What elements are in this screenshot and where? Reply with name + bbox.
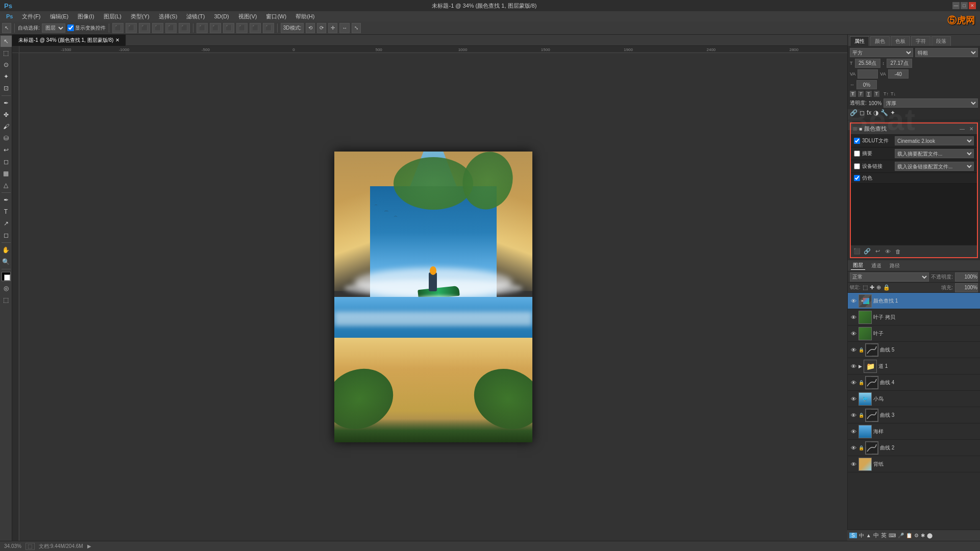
lock-transparent-btn[interactable]: ⬚ [863,284,868,291]
healing-tool[interactable]: ✤ [1,109,12,120]
lock-all-btn[interactable]: 🔒 [883,284,890,291]
panel-grid-icon[interactable]: ⊞ [853,126,857,132]
layer-visibility-btn[interactable]: 👁 [850,346,857,354]
align-middle-btn[interactable]: ⬛ [165,23,177,33]
menu-file[interactable]: 文件(F) [18,12,44,21]
menu-3d[interactable]: 3D(D) [210,13,233,20]
3d-slide-btn[interactable]: ↔ [339,23,350,33]
layer-visibility-btn[interactable]: 👁 [850,395,857,403]
3d-orbit-btn[interactable]: ⟲ [306,23,315,33]
ime-en-icon[interactable]: 英 [881,532,887,539]
shape-tool[interactable]: ◻ [1,230,12,241]
leading-input[interactable] [887,59,912,68]
group-expand-btn[interactable]: ▶ [859,364,862,369]
kerning-input[interactable] [857,69,878,79]
ime-tools-icon[interactable]: ✱ [921,533,925,538]
panel-minimize-btn[interactable]: — [959,126,966,133]
distribute-right-btn[interactable]: ⬛ [223,23,234,33]
gradient-tool[interactable]: ▦ [1,168,12,179]
magic-wand-tool[interactable]: ✦ [1,71,12,82]
quick-mask-btn[interactable]: ◎ [1,283,12,294]
crop-tool[interactable]: ⊡ [1,83,12,94]
ime-settings-icon[interactable]: ⚙ [914,533,919,538]
abstract-checkbox[interactable] [854,151,860,157]
3d-roll-btn[interactable]: ⟳ [317,23,326,33]
lookup-footer-trash-icon[interactable]: 🗑 [894,247,902,256]
menu-layer[interactable]: 图层(L) [100,12,126,21]
adjustment-icon[interactable]: ◑ [873,109,878,116]
layer-item-group1[interactable]: 👁 ▶ 📁 道 1 [848,358,980,374]
ime-dot-icon[interactable]: ⬤ [927,533,933,538]
hand-tool[interactable]: ✋ [1,244,12,256]
menu-type[interactable]: 类型(Y) [127,12,154,21]
3d-mode-btn[interactable]: 3D模式: [281,23,304,33]
anti-alias-select[interactable]: 浑厚 [884,98,978,108]
lookup-footer-undo-icon[interactable]: ↩ [873,247,881,256]
layer-visibility-btn[interactable]: 👁 [850,461,857,468]
device-select[interactable]: 载入设备链接配置文件... [895,162,974,171]
fx-icon[interactable]: fx [867,109,871,116]
pen-tool[interactable]: ✒ [1,194,12,206]
ime-input-icon[interactable]: 中 [873,532,879,539]
tracking-input[interactable] [888,69,909,79]
menu-select[interactable]: 选择(S) [155,12,182,21]
horizontal-scale-input[interactable] [856,80,877,89]
layer-visibility-btn[interactable]: 👁 [850,363,857,370]
layers-tab-paths[interactable]: 路径 [888,262,902,270]
layer-visibility-btn[interactable]: 👁 [850,314,857,321]
lock-position-btn[interactable]: ⊕ [876,284,881,291]
panel-tab-color[interactable]: 颜色 [870,36,890,46]
menu-help[interactable]: 帮助(H) [291,12,318,21]
panel-tab-character[interactable]: 字符 [911,36,930,46]
align-left-btn[interactable]: ⬛ [112,23,124,33]
lut-select[interactable]: Cinematic 2.look [895,136,974,145]
move-tool[interactable]: ↖ [1,36,12,47]
layer-item-bird[interactable]: 👁 🐦 小鸟 [848,391,980,407]
menu-view[interactable]: 视图(V) [234,12,261,21]
layer-visibility-btn[interactable]: 👁 [850,330,857,337]
menu-window[interactable]: 窗口(W) [262,12,290,21]
superscript-btn[interactable]: T↑ [884,91,889,96]
abstract-select[interactable]: 载入摘要配置文件... [895,149,974,158]
menu-ps[interactable]: Ps [2,13,17,20]
align-bottom-btn[interactable]: ⬛ [179,23,190,33]
ime-s-icon[interactable]: S [849,533,857,538]
layer-visibility-btn[interactable]: 👁 [850,428,857,435]
blend-mode-select[interactable]: 正常 [850,272,929,282]
align-top-btn[interactable]: ⬛ [152,23,163,33]
brush-tool[interactable]: 🖌 [1,121,12,132]
layer-item-leaf-copy[interactable]: 👁 叶子 拷贝 [848,309,980,325]
bold-btn[interactable]: T [850,91,856,97]
distribute-middle-btn[interactable]: ⬛ [250,23,261,33]
opacity-input[interactable] [955,272,978,282]
italic-btn[interactable]: T [858,91,864,97]
layer-item-background[interactable]: 👁 背纸 [848,456,980,472]
layer-item-curves4[interactable]: 👁 🔒 曲线 4 [848,374,980,391]
menu-image[interactable]: 图像(I) [74,12,98,21]
3d-scale-btn[interactable]: ⤡ [352,23,361,33]
text-tool[interactable]: T [1,206,12,217]
mask-icon[interactable]: ◻ [860,109,865,116]
font-size-input[interactable] [855,59,880,68]
lookup-footer-eye-icon[interactable]: 👁 [884,247,892,256]
layer-item-ocean[interactable]: 👁 海样 [848,423,980,440]
layer-item-leaf[interactable]: 👁 叶子 [848,325,980,342]
eyedropper-tool[interactable]: ✒ [1,97,12,109]
underline-btn[interactable]: T [866,91,872,97]
align-right-btn[interactable]: ⬛ [139,23,150,33]
distribute-bottom-btn[interactable]: ⬛ [263,23,274,33]
auto-select-dropdown[interactable]: 图层 [42,23,65,33]
font-style-select[interactable]: 特粗 [915,48,978,57]
menu-edit[interactable]: 编辑(E) [46,12,73,21]
distribute-center-btn[interactable]: ⬛ [210,23,221,33]
eraser-tool[interactable]: ◻ [1,156,12,167]
style-icon[interactable]: 🔧 [880,109,888,116]
blur-tool[interactable]: △ [1,180,12,191]
layer-visibility-btn[interactable]: 👁 [850,444,857,452]
dither-checkbox[interactable] [854,175,860,181]
distribute-left-btn[interactable]: ⬛ [197,23,208,33]
maximize-button[interactable]: □ [961,2,968,9]
lasso-tool[interactable]: ⊙ [1,59,12,70]
layer-visibility-btn[interactable]: 👁 [850,412,857,419]
smart-filter-icon[interactable]: ✦ [890,109,895,116]
